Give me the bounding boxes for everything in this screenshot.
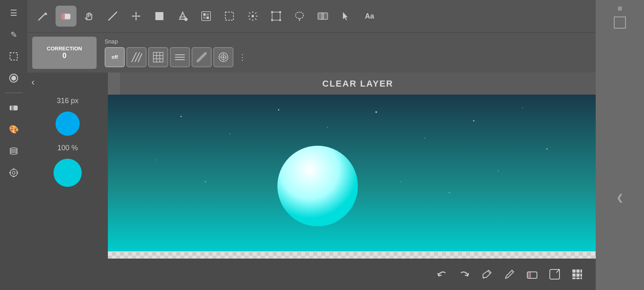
clear-layer-button[interactable]: CLEAR LAYER <box>120 72 596 95</box>
svg-point-38 <box>271 19 273 21</box>
shape-tool[interactable] <box>149 6 170 27</box>
lasso-tool[interactable] <box>289 6 310 27</box>
snap-angle-button[interactable] <box>192 47 212 67</box>
svg-rect-24 <box>206 17 209 19</box>
select-move-tool[interactable] <box>126 6 147 27</box>
svg-point-76 <box>156 160 157 160</box>
snap-radial-button[interactable] <box>213 47 233 67</box>
cursor-tool[interactable] <box>336 6 357 27</box>
hand-tool[interactable] <box>79 6 100 27</box>
svg-point-40 <box>295 12 303 19</box>
brush-color-circle[interactable] <box>56 112 80 136</box>
clear-layer-bar: CLEAR LAYER <box>108 72 596 95</box>
eraser-icon[interactable] <box>5 69 23 87</box>
svg-rect-98 <box>572 278 576 279</box>
snap-more-button[interactable]: ⋮ <box>235 47 250 67</box>
svg-rect-18 <box>155 12 163 20</box>
layer-blend-tool[interactable] <box>312 6 333 27</box>
svg-point-72 <box>425 138 425 139</box>
svg-rect-92 <box>572 269 576 273</box>
svg-rect-47 <box>153 52 163 62</box>
svg-rect-23 <box>203 17 206 19</box>
svg-rect-94 <box>580 269 582 273</box>
svg-point-73 <box>473 120 475 121</box>
svg-rect-95 <box>572 273 576 277</box>
svg-point-75 <box>546 149 547 150</box>
color-picker-tool[interactable] <box>196 6 217 27</box>
svg-rect-96 <box>576 273 580 277</box>
right-chevron-icon[interactable]: ❮ <box>616 193 623 203</box>
svg-rect-20 <box>202 12 211 21</box>
svg-rect-97 <box>580 273 582 277</box>
svg-point-11 <box>13 176 14 177</box>
left-panel: ‹ 316 px 100 % <box>27 72 108 290</box>
opacity-color-circle[interactable] <box>54 159 82 187</box>
svg-rect-22 <box>206 13 209 16</box>
svg-point-70 <box>327 127 328 128</box>
svg-line-31 <box>255 19 256 20</box>
svg-point-79 <box>449 192 450 193</box>
snap-diagonal-button[interactable] <box>126 47 147 67</box>
export-button[interactable] <box>548 268 561 281</box>
svg-line-14 <box>39 13 46 20</box>
menu-icon[interactable]: ☰ <box>5 4 23 22</box>
transform-tool[interactable] <box>266 6 287 27</box>
pen-edit-button[interactable] <box>503 268 516 281</box>
svg-point-19 <box>184 18 188 21</box>
back-button[interactable]: ‹ <box>31 77 35 88</box>
eyedropper-button[interactable] <box>481 268 493 281</box>
svg-rect-100 <box>580 278 582 279</box>
svg-line-55 <box>197 52 206 62</box>
bottom-toolbar <box>27 259 596 290</box>
svg-point-8 <box>10 169 17 176</box>
right-menu-icon[interactable]: ≡ <box>617 4 622 13</box>
undo-button[interactable] <box>436 268 448 281</box>
snap-label: Snap <box>105 38 250 45</box>
svg-line-32 <box>255 12 256 14</box>
svg-rect-35 <box>272 12 280 20</box>
svg-point-37 <box>279 11 281 13</box>
svg-point-34 <box>252 15 254 17</box>
pencil-tool[interactable] <box>32 6 53 27</box>
svg-point-39 <box>279 19 281 21</box>
redo-button[interactable] <box>458 268 471 281</box>
magic-wand-tool[interactable] <box>242 6 263 27</box>
text-tool[interactable]: Aa <box>359 6 380 27</box>
svg-line-30 <box>249 12 250 14</box>
svg-rect-99 <box>576 278 580 279</box>
snap-buttons: off <box>105 47 250 67</box>
svg-rect-43 <box>322 13 328 19</box>
snap-off-button[interactable]: off <box>105 47 125 67</box>
settings-icon[interactable] <box>5 164 23 182</box>
edit-icon[interactable]: ✎ <box>5 26 23 44</box>
marquee-tool[interactable] <box>219 6 240 27</box>
right-square[interactable] <box>614 17 626 29</box>
svg-rect-16 <box>62 14 65 19</box>
canvas-drawing: CLEAR LAYER <box>108 72 596 290</box>
svg-point-12 <box>9 172 11 174</box>
svg-point-68 <box>229 133 230 134</box>
line-tool[interactable] <box>102 6 123 27</box>
layers-icon[interactable] <box>5 142 23 160</box>
right-top: ≡ <box>614 4 626 29</box>
brush-eraser-icon[interactable] <box>5 99 23 116</box>
selection-icon[interactable] <box>5 48 23 65</box>
svg-point-7 <box>10 152 17 154</box>
svg-rect-0 <box>10 53 17 60</box>
fill-tool[interactable] <box>172 6 193 27</box>
grid-apps-button[interactable] <box>571 268 584 281</box>
eraser-bottom-button[interactable] <box>526 268 539 281</box>
snap-grid-button[interactable] <box>148 47 168 67</box>
correction-button[interactable]: CORRECTION 0 <box>32 37 97 69</box>
svg-rect-93 <box>576 269 580 273</box>
svg-point-74 <box>522 107 523 108</box>
svg-line-87 <box>512 270 514 272</box>
svg-point-77 <box>205 181 206 182</box>
color-palette-icon[interactable]: 🎨 <box>5 120 23 138</box>
eraser-tool[interactable] <box>56 6 76 27</box>
top-toolbar: Aa <box>27 0 596 32</box>
svg-point-69 <box>278 109 279 110</box>
svg-rect-21 <box>203 13 206 16</box>
snap-section: Snap off <box>97 38 250 67</box>
snap-horizontal-button[interactable] <box>170 47 190 67</box>
